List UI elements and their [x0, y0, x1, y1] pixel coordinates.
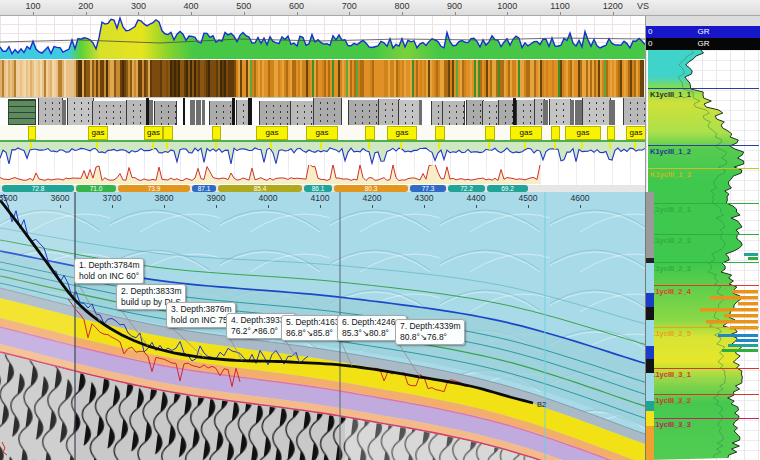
lithology-track[interactable]: [0, 97, 645, 126]
sandstone-block: [582, 98, 610, 125]
sandstone-block: [290, 101, 315, 125]
total-gas-curve-track[interactable]: [0, 165, 645, 185]
gas-flag: [365, 126, 375, 140]
sandstone-block: [442, 101, 464, 125]
ruler-unit-label: VS: [637, 1, 649, 11]
spectral-color-strip-track[interactable]: [0, 60, 645, 97]
column-segment: [646, 359, 654, 373]
silt-bar: [609, 100, 615, 125]
annotation-detail-text: hold on INC 75°: [171, 315, 231, 326]
gas-flag: gas: [144, 126, 163, 140]
annotation-detail-text: 80.8°↘76.8°: [400, 332, 460, 343]
ruler-tick-mark: [191, 12, 192, 15]
gas-tick: [152, 142, 154, 149]
quality-segment: 77.3: [410, 185, 446, 192]
gas-flag: gas: [565, 126, 601, 140]
gas-tick: [270, 142, 272, 149]
ruler-tick-mark: [402, 12, 403, 15]
silt-bar: [570, 100, 575, 125]
quality-segment: 73.9: [118, 185, 190, 192]
sandstone-block: [126, 100, 147, 125]
gr-scale-min: 0: [648, 38, 652, 50]
gas-flag: [435, 126, 445, 140]
column-segment: [646, 346, 654, 359]
sandstone-block: [482, 101, 499, 125]
gr-track-header-primary[interactable]: 0 GR: [646, 26, 760, 38]
gas-flag: [485, 126, 495, 140]
formation-marker-label: K1ycIII_1_3: [650, 170, 691, 179]
wellbore-column-strip: [645, 192, 654, 460]
trajectory-annotation[interactable]: 7. Depth:4339m80.8°↘76.8°: [395, 319, 465, 345]
formation-marker-line: [648, 418, 759, 419]
coal-green-block: [8, 99, 36, 126]
gas-flag: [212, 126, 221, 140]
trajectory-annotation[interactable]: 1. Depth:3784mhold on INC 60°: [74, 258, 144, 284]
annotation-depth-text: 3. Depth:3876m: [171, 304, 231, 315]
sandstone-block: [92, 101, 127, 125]
ruler-tick-label: 300: [131, 1, 146, 11]
formation-marker-line: [648, 168, 759, 169]
ruler-tick-mark: [455, 12, 456, 15]
annotation-depth-text: 1. Depth:3784m: [79, 260, 139, 271]
sandstone-block: [313, 98, 341, 125]
gr-curve-name: GR: [698, 38, 710, 50]
shale-bar: [183, 98, 185, 126]
ruler-tick-label: 1100: [550, 1, 569, 11]
silt-bar: [190, 100, 196, 125]
gr-scale-min: 0: [648, 26, 652, 38]
silt-bar: [62, 100, 66, 125]
gas-tick: [96, 142, 98, 149]
formation-marker-label: K1ycIII_2_1: [650, 205, 691, 214]
annotation-depth-text: 6. Depth:4246m: [342, 317, 402, 328]
gas-tick: [524, 142, 526, 149]
formation-marker-label: K1ycIII_3_3: [650, 420, 691, 429]
vs-distance-ruler: VS 1002003004005006007008009001000110012…: [0, 0, 760, 16]
formation-marker-label: K1ycIII_2_4: [650, 287, 691, 296]
gas-tick: [438, 142, 440, 149]
column-segment: [646, 307, 654, 320]
sandstone-block: [209, 101, 234, 125]
gas-tick: [554, 142, 556, 149]
ruler-tick-mark: [138, 12, 139, 15]
gas-show-track[interactable]: gasgasgasgasgasgasgasgas: [0, 125, 645, 140]
log-track-panel[interactable]: gasgasgasgasgasgasgasgas 72.871.073.987.…: [0, 15, 645, 192]
quality-segment: 85.4: [218, 185, 302, 192]
quality-segment: 72.8: [2, 185, 74, 192]
ruler-tick-mark: [297, 12, 298, 15]
sandstone-block: [623, 98, 645, 125]
quality-segment: 69.2: [487, 185, 528, 192]
sandstone-block: [67, 98, 94, 125]
gr-curve-track[interactable]: [0, 15, 645, 60]
sandstone-block: [398, 100, 420, 125]
formation-marker-label: K1ycIII_2_3: [650, 264, 691, 273]
silt-bar: [419, 100, 422, 125]
column-segment: [646, 411, 654, 426]
gr-track-header-secondary[interactable]: 0 GR: [646, 38, 760, 50]
sandstone-block: [154, 101, 177, 125]
ruler-tick-label: 600: [289, 1, 304, 11]
gas-tick: [581, 142, 583, 149]
gas-tick: [320, 142, 322, 149]
shale-bar: [248, 98, 252, 126]
silt-bar: [543, 100, 548, 125]
silt-bar: [575, 100, 582, 125]
resistivity-curve-track[interactable]: [0, 140, 645, 168]
formation-marker-line: [648, 234, 759, 235]
ruler-tick-mark: [349, 12, 350, 15]
formation-marker-line: [648, 145, 759, 146]
ruler-tick-label: 1000: [497, 1, 517, 11]
gas-tick: [400, 142, 402, 149]
ruler-tick-label: 900: [447, 1, 462, 11]
quality-segment: 87.1: [192, 185, 216, 192]
column-segment: [646, 293, 654, 307]
target-point-label: B2: [537, 400, 546, 409]
type-log-panel[interactable]: 0 GR 0 GR K1ycIII_1_1K1ycIII_1_2K1ycIII_…: [645, 15, 760, 460]
formation-marker-label: K1ycIII_3_1: [650, 370, 691, 379]
column-segment: [646, 263, 654, 293]
annotation-depth-text: 7. Depth:4339m: [400, 321, 460, 332]
column-segment: [646, 373, 654, 401]
annotation-detail-text: hold on INC 60°: [79, 271, 139, 282]
gas-flag: [551, 126, 560, 140]
formation-marker-label: K1ycIII_2_5: [650, 329, 691, 338]
quality-segment: 72.2: [448, 185, 485, 192]
